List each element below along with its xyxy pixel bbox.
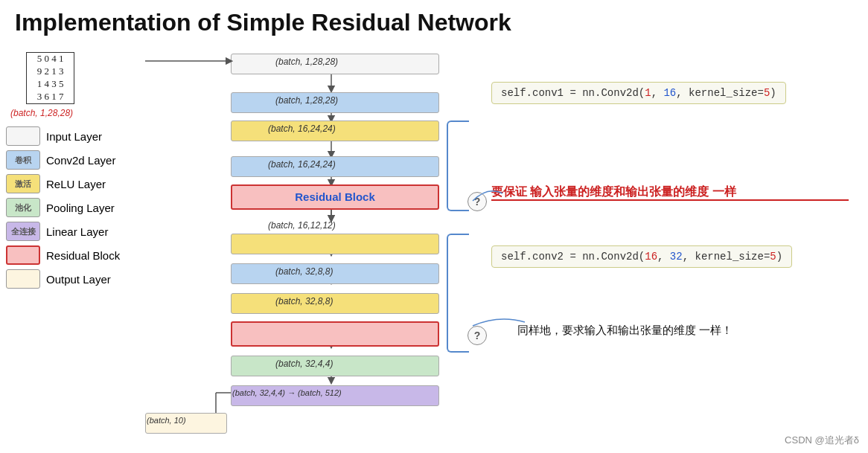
net-box-pool <box>231 356 439 376</box>
shape-label-3: (batch, 16,24,24) <box>268 123 336 134</box>
shape-label-2: (batch, 1,28,28) <box>275 95 338 106</box>
legend-item-conv2d: 卷积 Conv2d Layer <box>6 150 155 170</box>
network-diagram: (batch, 1,28,28) (batch, 1,28,28) (batch… <box>194 46 469 452</box>
legend-item-output: Output Layer <box>6 269 155 289</box>
legend-label-relu: ReLU Layer <box>46 178 106 190</box>
code1-prefix: self.conv1 = nn.Conv2d( <box>501 87 645 99</box>
legend-label-residual: Residual Block <box>46 249 120 262</box>
legend-label-conv2d: Conv2d Layer <box>46 154 115 167</box>
code2-comma2: , kernel_size= <box>683 251 770 263</box>
page-title: Implementation of Simple Residual Networ… <box>0 0 868 41</box>
residual-block-label-1: Residual Block <box>295 184 375 210</box>
legend-label-pooling: Pooling Layer <box>46 202 115 214</box>
legend-label-linear: Linear Layer <box>46 225 108 238</box>
shape-label-11: (batch, 32,4,4) → (batch, 512) <box>232 388 342 397</box>
code-box-1: self.conv1 = nn.Conv2d(1, 16, kernel_siz… <box>491 82 786 104</box>
code2-prefix: self.conv2 = nn.Conv2d( <box>501 251 645 263</box>
net-box-residual2 <box>231 321 439 347</box>
code2-suffix: ) <box>776 251 782 263</box>
legend-item-relu: 激活 ReLU Layer <box>6 174 155 193</box>
legend-box-relu: 激活 <box>6 174 40 193</box>
code2-arg3: 5 <box>770 251 776 263</box>
code1-arg1: 1 <box>645 87 651 99</box>
legend-item-input: Input Layer <box>6 126 155 146</box>
code2-comma1: , <box>657 251 670 263</box>
legend-label-input: Input Layer <box>46 130 102 143</box>
residual-brace-1 <box>447 121 469 211</box>
shape-label-1: (batch, 1,28,28) <box>275 57 338 67</box>
net-box-residual1: Residual Block <box>231 184 439 210</box>
code1-comma2: , kernel_size= <box>676 87 764 99</box>
net-box-relu2 <box>231 234 439 254</box>
code1-comma1: , <box>651 87 664 99</box>
legend: Input Layer 卷积 Conv2d Layer 激活 ReLU Laye… <box>6 126 155 289</box>
shape-label-12: (batch, 10) <box>147 416 186 425</box>
code-box-2: self.conv2 = nn.Conv2d(16, 32, kernel_si… <box>491 245 792 268</box>
legend-box-residual <box>6 245 40 265</box>
shape-label-8: (batch, 32,8,8) <box>275 296 333 306</box>
mnist-image: 5 0 4 1 9 2 1 3 1 4 3 5 3 6 1 7 <box>26 52 74 104</box>
legend-box-pooling: 池化 <box>6 198 40 217</box>
batch-label-img: (batch, 1,28,28) <box>10 108 73 118</box>
shape-label-4: (batch, 16,24,24) <box>268 159 336 170</box>
shape-label-10: (batch, 32,4,4) <box>275 359 333 369</box>
shape-label-5: (batch, 16,12,12) <box>268 220 336 231</box>
question-bubble-1: ? <box>467 192 487 211</box>
shape-label-7: (batch, 32,8,8) <box>275 266 333 277</box>
watermark: CSDN @追光者δ <box>785 434 859 447</box>
legend-item-residual: Residual Block <box>6 245 155 265</box>
net-box-relu3 <box>231 293 439 314</box>
legend-box-linear: 全连接 <box>6 222 40 241</box>
chinese-note-2: 同样地，要求输入和输出张量的维度 一样！ <box>517 324 733 338</box>
chinese-note-1: 要保证 输入张量的维度和输出张量的维度 一样 <box>491 184 736 200</box>
legend-label-output: Output Layer <box>46 273 111 286</box>
legend-box-output <box>6 269 40 289</box>
legend-box-conv2d: 卷积 <box>6 150 40 170</box>
code2-arg1: 16 <box>645 251 657 263</box>
legend-item-pooling: 池化 Pooling Layer <box>6 198 155 217</box>
code1-suffix: ) <box>770 87 776 99</box>
code1-arg2: 16 <box>663 87 676 99</box>
question-bubble-2: ? <box>467 326 487 345</box>
legend-box-input <box>6 126 40 146</box>
residual-brace-2 <box>447 234 469 353</box>
note1-underline <box>491 199 849 201</box>
legend-item-linear: 全连接 Linear Layer <box>6 222 155 241</box>
net-box-conv3 <box>231 263 439 284</box>
image-arrow-svg <box>71 42 242 80</box>
code2-arg2: 32 <box>670 251 683 263</box>
